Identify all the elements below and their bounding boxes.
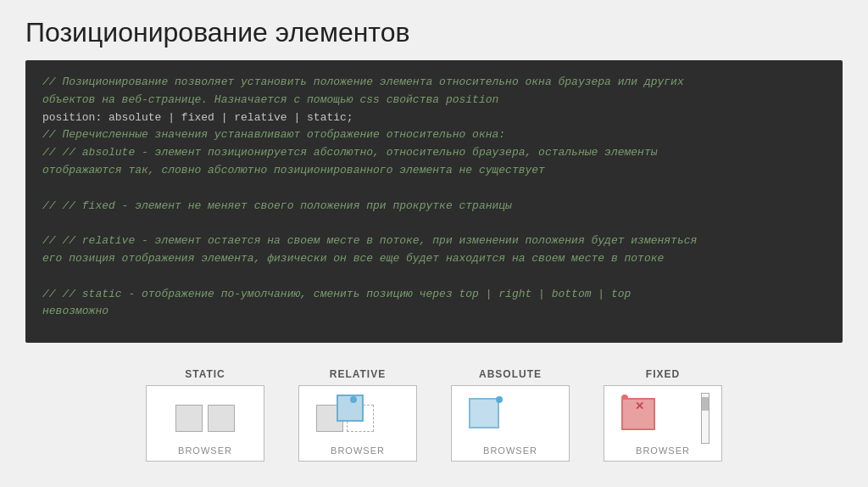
fixed-browser-label: BROWSER xyxy=(636,445,690,456)
absolute-box: BROWSER xyxy=(451,385,570,462)
code-line-13: // // static - отображение по-умолчанию,… xyxy=(42,286,826,304)
static-sq-1 xyxy=(175,405,203,432)
code-block: // Позиционирование позволяет установить… xyxy=(25,60,843,343)
static-label: STATIC xyxy=(185,368,225,380)
code-line-11: его позиция отображения элемента, физиче… xyxy=(42,250,826,268)
static-browser-label: BROWSER xyxy=(178,445,232,456)
fixed-scrollbar xyxy=(701,393,709,444)
relative-browser-label: BROWSER xyxy=(331,445,385,456)
fixed-x-icon: ✕ xyxy=(635,400,644,412)
code-line-9 xyxy=(42,215,826,232)
code-line-12 xyxy=(42,268,826,286)
diagrams-section: STATIC BROWSER RELATIVE BROWSER ABSOLUTE xyxy=(25,368,843,470)
diagram-absolute: ABSOLUTE BROWSER xyxy=(451,368,570,462)
diagram-relative: RELATIVE BROWSER xyxy=(298,368,417,462)
relative-label: RELATIVE xyxy=(330,368,386,380)
code-line-3: position: absolute | fixed | relative | … xyxy=(42,109,826,127)
fixed-scrollbar-thumb xyxy=(702,397,709,411)
page-title: Позиционирование элементов xyxy=(25,17,843,48)
code-line-6: отображаются так, словно абсолютно позиц… xyxy=(42,162,826,180)
code-line-5: // // absolute - элемент позиционируется… xyxy=(42,144,826,162)
relative-box: BROWSER xyxy=(298,385,417,462)
static-squares xyxy=(175,405,235,432)
static-sq-2 xyxy=(208,405,235,432)
code-line-10: // // relative - элемент остается на сво… xyxy=(42,232,826,250)
code-line-2: объектов на веб-странице. Назначается с … xyxy=(42,92,826,109)
code-line-1: // Позиционирование позволяет установить… xyxy=(42,74,826,92)
code-line-8: // // fixed - элемент не меняет своего п… xyxy=(42,198,826,216)
relative-dot xyxy=(350,396,357,403)
code-line-7 xyxy=(42,180,826,198)
diagram-fixed: FIXED ✕ BROWSER xyxy=(604,368,722,462)
code-line-4: // Перечисленные значения устанавливают … xyxy=(42,126,826,144)
absolute-browser-label: BROWSER xyxy=(483,445,537,456)
absolute-square xyxy=(469,398,499,428)
static-box: BROWSER xyxy=(146,385,264,462)
absolute-label: ABSOLUTE xyxy=(479,368,542,380)
fixed-label: FIXED xyxy=(646,368,680,380)
fixed-box: ✕ BROWSER xyxy=(604,385,722,462)
absolute-dot xyxy=(496,396,503,403)
diagram-static: STATIC BROWSER xyxy=(146,368,264,462)
code-line-14: невозможно xyxy=(42,303,826,321)
